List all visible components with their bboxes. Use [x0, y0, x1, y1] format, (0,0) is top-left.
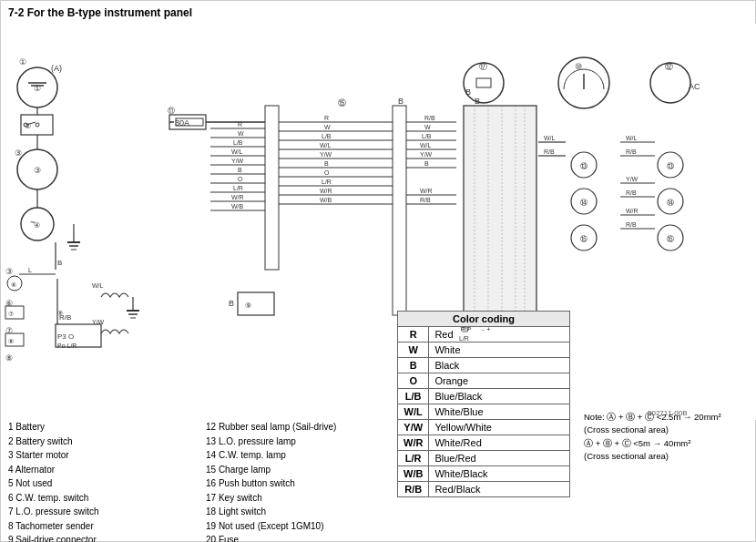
legend-item: 4 Alternator [8, 463, 199, 477]
color-code: W/B [398, 466, 429, 482]
legend-item: 8 Tachometer sender [8, 519, 199, 534]
color-name: White/Blue [429, 404, 570, 420]
color-name: Blue/Red [429, 451, 570, 466]
table-row: L/B Blue/Black [398, 389, 570, 404]
color-coding-table: Color coding R Red W White B Black O Ora… [397, 311, 570, 497]
color-code: L/R [398, 451, 429, 466]
color-code: O [398, 373, 429, 389]
table-row: B Black [398, 358, 570, 373]
note-line1: Note: Ⓐ + Ⓑ + Ⓒ <2.5m → 20mm² [584, 411, 752, 424]
svg-text:⑧: ⑧ [5, 353, 13, 363]
color-name: Blue/Black [429, 389, 570, 404]
color-code: R/B [398, 482, 429, 497]
svg-text:W/L: W/L [320, 142, 332, 148]
table-row: Y/W Yellow/White [398, 420, 570, 435]
color-name: Red/Black [429, 482, 570, 497]
svg-text:Y/W: Y/W [420, 151, 433, 158]
wiring-diagram: ① (A) ② ③ ④ ~ ⑥ ⑦ ⑧ 3 [1, 24, 756, 420]
svg-text:W/R: W/R [231, 194, 244, 200]
legend-item: 9 Sail-drive connector [8, 533, 199, 542]
svg-text:⑬: ⑬ [580, 162, 587, 170]
svg-text:Y/W: Y/W [92, 319, 105, 325]
legend-left: 1 Battery 2 Battery switch 3 Starter mot… [8, 420, 199, 542]
svg-text:AC: AC [689, 82, 700, 91]
svg-text:L/B: L/B [422, 133, 432, 139]
color-code: Y/W [398, 420, 429, 435]
svg-text:W/L: W/L [420, 142, 432, 148]
svg-text:B: B [398, 97, 404, 106]
color-name: Black [429, 358, 570, 373]
svg-text:③: ③ [5, 267, 13, 276]
page: 7-2 For the B-type instrument panel ① (A… [0, 0, 756, 542]
legend-item: 5 Not used [8, 476, 199, 491]
svg-text:L/R: L/R [322, 179, 332, 185]
svg-text:⑧: ⑧ [8, 338, 14, 344]
color-name: White/Red [429, 435, 570, 451]
svg-text:③: ③ [15, 148, 22, 158]
svg-text:Po   L/R: Po L/R [57, 343, 77, 349]
color-name: White [429, 343, 570, 358]
table-row: R/B Red/Black [398, 482, 570, 497]
table-row: W/B White/Black [398, 466, 570, 482]
svg-text:⑭: ⑭ [580, 199, 587, 207]
svg-text:R/B: R/B [626, 148, 637, 155]
legend-item: 14 C.W. temp. lamp [206, 448, 388, 463]
svg-text:⑭: ⑭ [667, 199, 674, 207]
svg-text:W/L: W/L [231, 148, 243, 155]
table-row: L/R Blue/Red [398, 451, 570, 466]
table-row: O Orange [398, 373, 570, 389]
color-table-header: Color coding [398, 312, 570, 327]
svg-text:⑪: ⑪ [168, 107, 175, 115]
svg-text:W/R: W/R [320, 188, 332, 194]
color-code: W [398, 343, 429, 358]
svg-text:L/R: L/R [233, 185, 243, 191]
svg-text:R/B: R/B [420, 197, 431, 203]
svg-text:R: R [324, 115, 329, 121]
svg-text:⑦: ⑦ [5, 326, 13, 335]
color-name: Red [429, 327, 570, 343]
legend-item: 12 Rubber seal lamp (Sail-drive) [206, 420, 388, 435]
color-code: W/L [398, 404, 429, 420]
svg-text:P3  O: P3 O [57, 332, 74, 341]
legend-item: 20 Fuse [206, 533, 388, 542]
table-row: W/R White/Red [398, 435, 570, 451]
svg-rect-130 [464, 106, 536, 315]
legend-item: 18 Light switch [206, 505, 388, 519]
svg-text:W: W [424, 124, 431, 130]
note-box: Note: Ⓐ + Ⓑ + Ⓒ <2.5m → 20mm² (Cross sec… [584, 411, 752, 463]
svg-text:W: W [324, 124, 331, 130]
legend-item: 2 Battery switch [8, 435, 199, 449]
svg-text:⑮: ⑮ [667, 235, 674, 243]
legend-item: 15 Charge lamp [206, 463, 388, 477]
svg-text:L/B: L/B [322, 133, 332, 139]
table-row: W/L White/Blue [398, 404, 570, 420]
svg-text:⑦: ⑦ [8, 311, 14, 317]
svg-text:W/L: W/L [92, 282, 104, 289]
legend-item: 19 Not used (Except 1GM10) [206, 519, 388, 534]
svg-text:W/B: W/B [320, 197, 332, 203]
svg-text:R/B: R/B [626, 221, 637, 228]
legend-item: 16 Push button switch [206, 476, 388, 491]
svg-text:⑮: ⑮ [580, 235, 587, 243]
svg-text:W/L: W/L [626, 135, 638, 141]
svg-text:W/R: W/R [420, 188, 433, 194]
svg-text:⑥: ⑥ [11, 281, 16, 288]
note-line4: (Cross sectional area) [584, 450, 752, 463]
svg-text:⑫: ⑫ [665, 62, 673, 71]
svg-text:W: W [238, 130, 244, 137]
color-code: W/R [398, 435, 429, 451]
svg-text:⑮: ⑮ [338, 98, 346, 107]
svg-text:L/B: L/B [233, 139, 243, 146]
legend-item: 3 Starter motor [8, 448, 199, 463]
color-name: Orange [429, 373, 570, 389]
svg-text:W/B: W/B [231, 203, 244, 210]
legend-item: 6 C.W. temp. switch [8, 491, 199, 506]
svg-text:O: O [238, 176, 243, 182]
svg-text:①: ① [19, 57, 26, 66]
table-row: R Red [398, 327, 570, 343]
color-name: White/Black [429, 466, 570, 482]
svg-text:B: B [57, 259, 62, 267]
svg-text:B: B [424, 160, 429, 167]
svg-text:B: B [324, 160, 329, 167]
svg-text:R/B: R/B [544, 148, 555, 155]
